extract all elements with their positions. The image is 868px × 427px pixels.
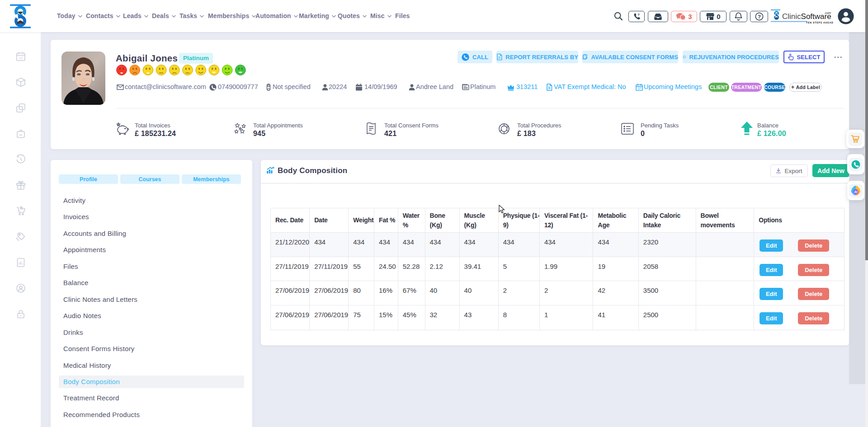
svg-text:.com: .com (824, 11, 831, 14)
svg-text:TEN STEPS AHEAD: TEN STEPS AHEAD (806, 21, 834, 24)
svg-text:?: ? (758, 14, 761, 19)
svg-text:AI: AI (854, 190, 858, 193)
svg-text:12: 12 (637, 87, 641, 90)
svg-text:$: $ (118, 123, 119, 126)
svg-text:12: 12 (19, 56, 23, 60)
